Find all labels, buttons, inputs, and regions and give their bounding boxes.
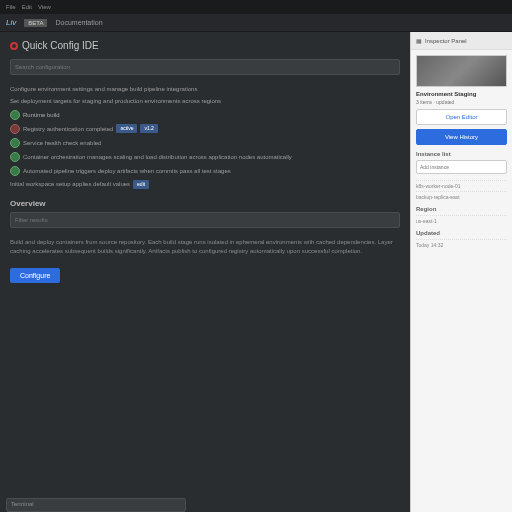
desc-line: Configure environment settings and manag…: [10, 85, 400, 93]
view-history-button[interactable]: View History: [416, 129, 507, 145]
panel-header: ▦ Inspector Panel: [411, 32, 512, 50]
status-line: Automated pipeline triggers deploy artif…: [10, 166, 400, 176]
check-icon: [10, 138, 20, 148]
menu-item[interactable]: View: [38, 4, 51, 10]
search-input[interactable]: [10, 59, 400, 75]
tag-badge[interactable]: v1.2: [140, 124, 157, 133]
list-item[interactable]: k8s-worker-node-01: [416, 180, 507, 189]
open-editor-button[interactable]: Open Editor: [416, 109, 507, 125]
desc-line: Initial workspace setup applies default …: [10, 180, 400, 189]
add-instance-input[interactable]: [416, 160, 507, 174]
description-text: Build and deploy containers from source …: [10, 238, 400, 256]
breadcrumb[interactable]: Documentation: [55, 19, 102, 26]
status-line: Container orchestration manages scaling …: [10, 152, 400, 162]
status-line: Runtime build: [10, 110, 400, 120]
grid-icon: ▦: [416, 37, 422, 44]
beta-badge: BETA: [24, 19, 47, 27]
status-dot-icon: [10, 42, 18, 50]
tag-badge[interactable]: active: [116, 124, 137, 133]
menu-item[interactable]: File: [6, 4, 16, 10]
header: Liv BETA Documentation: [0, 14, 512, 32]
section-label: Updated: [416, 230, 507, 236]
section-header: Overview: [10, 199, 400, 208]
list-item[interactable]: backup-replica-east: [416, 191, 507, 200]
page-title: Quick Config IDE: [10, 40, 400, 51]
main-content: Quick Config IDE Configure environment s…: [0, 32, 410, 512]
preview-thumbnail[interactable]: [416, 55, 507, 87]
section-label: Region: [416, 206, 507, 212]
check-icon: [10, 110, 20, 120]
list-item: Today 14:32: [416, 239, 507, 248]
filter-input[interactable]: [10, 212, 400, 228]
list-item[interactable]: us-east-1: [416, 215, 507, 224]
status-line: Registry authentication completedactivev…: [10, 124, 400, 134]
menubar: File Edit View: [0, 0, 512, 14]
check-icon: [10, 166, 20, 176]
status-line: Service health check enabled: [10, 138, 400, 148]
alert-icon: [10, 124, 20, 134]
logo: Liv: [6, 18, 16, 27]
terminal-input[interactable]: Terminal: [6, 498, 186, 512]
check-icon: [10, 152, 20, 162]
tag-badge[interactable]: edit: [133, 180, 149, 189]
panel-title: Environment Staging: [416, 91, 507, 97]
side-panel: ▦ Inspector Panel Environment Staging 3 …: [410, 32, 512, 512]
panel-subtitle: 3 items · updated: [416, 99, 507, 105]
configure-button[interactable]: Configure: [10, 268, 60, 283]
desc-line: Set deployment targets for staging and p…: [10, 97, 400, 105]
menu-item[interactable]: Edit: [22, 4, 32, 10]
section-label: Instance list: [416, 151, 507, 157]
